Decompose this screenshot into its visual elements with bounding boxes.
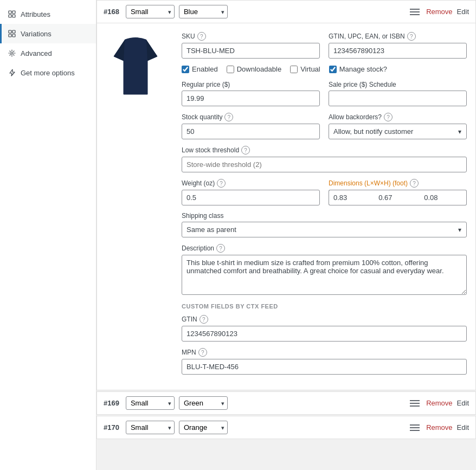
variations-list: #168 SmallMediumLargeXL BlueGreenRedOran…	[97, 0, 476, 439]
edit-170-button[interactable]: Edit	[457, 423, 469, 432]
variation-169-size-wrap: SmallMediumLargeXL	[126, 396, 175, 410]
variation-168-body: SKU ? GTIN, UPC, EAN, or ISBN ?	[97, 23, 475, 390]
variation-168-color-wrap: BlueGreenRedOrange	[179, 5, 228, 18]
stock-qty-input[interactable]	[182, 124, 320, 139]
low-stock-row: Low stock threshold ?	[182, 146, 467, 172]
svg-rect-4	[9, 30, 11, 33]
dim-w-input[interactable]	[374, 190, 420, 205]
mpn-help-icon[interactable]: ?	[198, 348, 207, 357]
sidebar-item-get-more-options-label: Get more options	[21, 69, 75, 77]
sidebar-item-variations-label: Variations	[21, 30, 52, 38]
sku-input[interactable]	[182, 43, 320, 59]
variation-169-color-select[interactable]: BlueGreenRedOrange	[179, 396, 228, 410]
downloadable-label: Downloadable	[237, 65, 281, 73]
weight-label: Weight (oz) ?	[182, 179, 320, 188]
sale-price-label: Sale price ($) Schedule	[329, 81, 467, 88]
variation-170-id: #170	[104, 423, 119, 432]
gtin-custom-label: GTIN ?	[182, 315, 467, 324]
svg-point-8	[11, 52, 13, 54]
drag-handle-170[interactable]	[408, 422, 422, 433]
shipping-class-select[interactable]: Same as parent No shipping class	[182, 222, 467, 237]
remove-170-button[interactable]: Remove	[426, 423, 452, 432]
variation-170-size-wrap: SmallMediumLargeXL	[126, 421, 175, 434]
sku-gtin-row: SKU ? GTIN, UPC, EAN, or ISBN ?	[182, 32, 467, 59]
stock-row: Stock quantity ? Allow backorders? ?	[182, 113, 467, 139]
description-label: Description ?	[182, 244, 467, 253]
low-stock-group: Low stock threshold ?	[182, 146, 467, 172]
regular-price-input[interactable]	[182, 91, 320, 106]
gtin-help-icon[interactable]: ?	[407, 32, 416, 41]
gtin-custom-row: GTIN ?	[182, 315, 467, 342]
variation-169-header: #169 SmallMediumLargeXL BlueGreenRedOran…	[97, 392, 475, 414]
manage-stock-checkbox[interactable]	[329, 66, 337, 73]
checkboxes-row: Enabled Downloadable Virtual	[182, 65, 467, 73]
dimensions-help-icon[interactable]: ?	[410, 179, 419, 188]
svg-rect-2	[9, 15, 11, 17]
variation-168-color-select[interactable]: BlueGreenRedOrange	[179, 5, 228, 18]
edit-168-button[interactable]: Edit	[457, 8, 469, 16]
downloadable-checkbox-wrap[interactable]: Downloadable	[227, 65, 281, 73]
sidebar-item-attributes-label: Attributes	[21, 10, 50, 18]
description-textarea[interactable]: This blue t-shirt in medium size is craf…	[182, 255, 467, 295]
weight-group: Weight (oz) ?	[182, 179, 320, 205]
enabled-checkbox[interactable]	[182, 66, 189, 73]
edit-169-button[interactable]: Edit	[457, 399, 469, 407]
sku-group: SKU ?	[182, 32, 320, 59]
drag-handle-169[interactable]	[408, 398, 422, 409]
main-content: #168 SmallMediumLargeXL BlueGreenRedOran…	[97, 0, 476, 470]
variation-169-size-select[interactable]: SmallMediumLargeXL	[126, 396, 175, 410]
shipping-class-group: Shipping class Same as parent No shippin…	[182, 212, 467, 237]
variation-169-id: #169	[104, 399, 119, 407]
virtual-checkbox[interactable]	[290, 66, 298, 73]
remove-168-button[interactable]: Remove	[426, 8, 452, 16]
variation-170-color-select[interactable]: BlueGreenRedOrange	[179, 421, 228, 434]
mpn-row: MPN ?	[182, 348, 467, 375]
sale-price-input[interactable]	[329, 91, 467, 106]
regular-price-label: Regular price ($)	[182, 81, 320, 88]
dim-h-input[interactable]	[420, 190, 467, 205]
gtin-input[interactable]	[329, 43, 467, 59]
low-stock-input[interactable]	[182, 157, 467, 172]
sku-help-icon[interactable]: ?	[197, 32, 206, 41]
sidebar-item-advanced[interactable]: Advanced	[0, 43, 96, 63]
variation-168-block: #168 SmallMediumLargeXL BlueGreenRedOran…	[97, 0, 476, 390]
stock-qty-group: Stock quantity ?	[182, 113, 320, 139]
lightning-icon	[8, 68, 16, 77]
sidebar-item-get-more-options[interactable]: Get more options	[0, 63, 96, 82]
variation-168-size-select[interactable]: SmallMediumLargeXL	[126, 5, 175, 18]
description-row: Description ? This blue t-shirt in mediu…	[182, 244, 467, 297]
shipping-class-select-wrap: Same as parent No shipping class	[182, 222, 467, 237]
sidebar-item-variations[interactable]: Variations	[0, 24, 96, 43]
svg-rect-3	[12, 15, 15, 17]
dimensions-inputs	[329, 190, 467, 205]
gear-icon	[8, 49, 16, 57]
svg-rect-7	[12, 34, 15, 37]
description-help-icon[interactable]: ?	[216, 244, 225, 253]
backorders-select[interactable]: Do not allow Allow Allow, but notify cus…	[329, 124, 467, 139]
stock-help-icon[interactable]: ?	[224, 113, 233, 121]
remove-169-button[interactable]: Remove	[426, 399, 452, 407]
sidebar-item-attributes[interactable]: Attributes	[0, 4, 96, 24]
manage-stock-checkbox-wrap[interactable]: Manage stock?	[329, 65, 387, 73]
variation-170-header: #170 SmallMediumLargeXL BlueGreenRedOran…	[97, 416, 475, 439]
variation-170-size-select[interactable]: SmallMediumLargeXL	[126, 421, 175, 434]
low-stock-help-icon[interactable]: ?	[241, 146, 250, 154]
grid-icon-variations	[8, 29, 16, 38]
shipping-class-row: Shipping class Same as parent No shippin…	[182, 212, 467, 237]
description-group: Description ? This blue t-shirt in mediu…	[182, 244, 467, 297]
gtin-custom-input[interactable]	[182, 326, 467, 342]
variation-168-header: #168 SmallMediumLargeXL BlueGreenRedOran…	[97, 1, 475, 23]
gtin-custom-help-icon[interactable]: ?	[200, 315, 208, 324]
dimensions-group: Dimensions (L×W×H) (foot) ?	[329, 179, 467, 205]
virtual-checkbox-wrap[interactable]: Virtual	[290, 65, 320, 73]
weight-input[interactable]	[182, 190, 320, 205]
dim-l-input[interactable]	[329, 190, 374, 205]
downloadable-checkbox[interactable]	[227, 66, 234, 73]
sidebar: Attributes Variations Advanced	[0, 0, 97, 470]
mpn-input[interactable]	[182, 359, 467, 375]
enabled-checkbox-wrap[interactable]: Enabled	[182, 65, 218, 73]
backorders-help-icon[interactable]: ?	[384, 113, 393, 121]
svg-rect-6	[9, 34, 11, 37]
weight-help-icon[interactable]: ?	[217, 179, 226, 188]
drag-handle-168[interactable]	[408, 7, 422, 17]
